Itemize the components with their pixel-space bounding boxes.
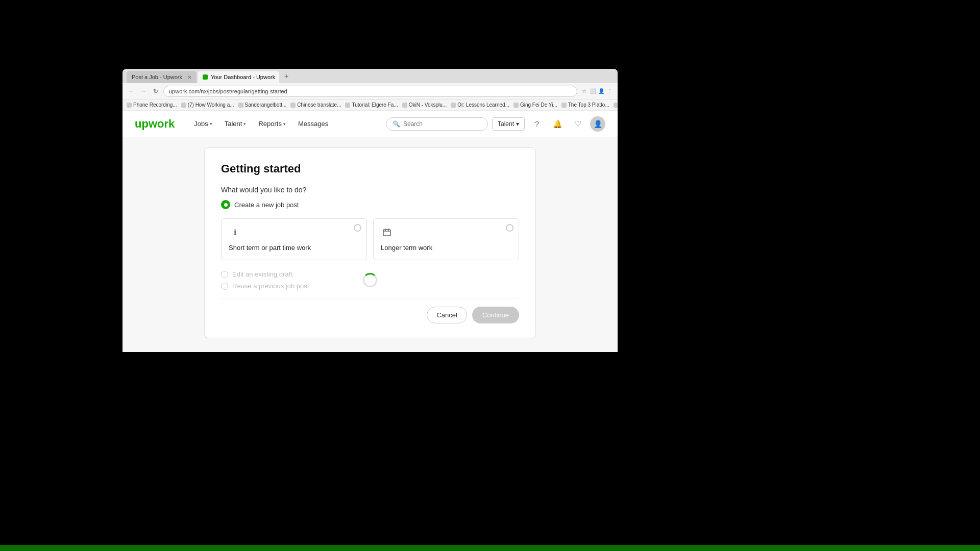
- what-to-do-label: What would you like to do?: [221, 186, 519, 194]
- reuse-post-radio: [221, 283, 228, 290]
- bookmark-favicon: [127, 103, 132, 108]
- tab-dashboard[interactable]: Your Dashboard - Upwork ✕: [198, 71, 279, 83]
- new-tab-button[interactable]: +: [280, 71, 292, 81]
- short-term-title: Short term or part time work: [229, 243, 359, 253]
- svg-rect-0: [383, 230, 390, 236]
- nav-talent-arrow: ▾: [243, 121, 246, 127]
- nav-talent[interactable]: Talent ▾: [219, 117, 252, 131]
- avatar-icon: 👤: [594, 120, 602, 128]
- other-options: Edit an existing draft Reuse a previous …: [221, 270, 519, 290]
- bookmark-favicon-8: [513, 103, 519, 108]
- nav-right: 🔍 Talent ▾ ? 🔔 ♡ 👤: [386, 116, 605, 132]
- cancel-button[interactable]: Cancel: [427, 307, 467, 323]
- reload-button[interactable]: ↻: [151, 87, 160, 96]
- work-type-longer-term[interactable]: Longer term work: [373, 218, 519, 260]
- search-icon: 🔍: [393, 120, 400, 128]
- create-new-row: Create a new job post: [221, 200, 519, 209]
- bookmark-favicon-10: [614, 103, 618, 108]
- bookmark-favicon-7: [451, 103, 456, 108]
- settings-icon[interactable]: ⋮: [606, 88, 614, 95]
- talent-dropdown-arrow: ▾: [516, 120, 519, 128]
- tab-post-job-label: Post a Job - Upwork: [132, 74, 182, 80]
- card-footer: Cancel Continue: [221, 298, 519, 323]
- bookmark-phone-label: Phone Recording...: [133, 102, 177, 108]
- upwork-navbar: upwork Jobs ▾ Talent ▾ Reports ▾ Message…: [122, 111, 618, 137]
- nav-messages-label: Messages: [298, 120, 328, 128]
- longer-term-icon: [381, 226, 393, 238]
- profile-icon[interactable]: 👤: [598, 88, 605, 95]
- work-type-row: ℹ Short term or part time work: [221, 218, 519, 260]
- bookmark-working[interactable]: (7) How Working a...: [181, 102, 234, 108]
- bookmark-working-label: (7) How Working a...: [188, 102, 234, 108]
- bookmark-ging[interactable]: Ging Fei De Yi...: [513, 102, 557, 108]
- address-bar: ← → ↻ ☆ ⬜ 👤 ⋮: [122, 83, 618, 99]
- nav-reports-arrow: ▾: [283, 121, 286, 127]
- dark-left-border: [0, 0, 122, 551]
- bookmark-phone[interactable]: Phone Recording...: [127, 102, 177, 108]
- bookmark-favicon-3: [238, 103, 243, 108]
- bookmark-sander[interactable]: Sanderangelbott...: [238, 102, 287, 108]
- nav-jobs-label: Jobs: [194, 120, 208, 128]
- longer-term-radio: [506, 224, 513, 232]
- bookmark-star-icon[interactable]: ☆: [580, 88, 587, 95]
- bookmark-favicon-4: [290, 103, 296, 108]
- tab-dashboard-label: Your Dashboard - Upwork: [211, 74, 275, 80]
- browser-nav-icons: ☆ ⬜ 👤 ⋮: [580, 88, 614, 95]
- talent-dropdown[interactable]: Talent ▾: [492, 117, 525, 131]
- extensions-icon[interactable]: ⬜: [589, 88, 596, 95]
- nav-talent-label: Talent: [225, 120, 242, 128]
- help-icon: ?: [535, 119, 539, 128]
- longer-term-title: Longer term work: [381, 243, 511, 253]
- green-footer-bar: [0, 545, 980, 551]
- page-title: Getting started: [221, 162, 519, 176]
- short-term-radio: [354, 224, 361, 232]
- edit-draft-radio: [221, 271, 228, 278]
- avatar-button[interactable]: 👤: [590, 116, 605, 132]
- loading-spinner-container: [363, 273, 377, 287]
- nav-jobs[interactable]: Jobs ▾: [189, 117, 217, 131]
- search-box[interactable]: 🔍: [386, 117, 488, 131]
- main-content: Getting started What would you like to d…: [122, 137, 618, 352]
- back-button[interactable]: ←: [127, 87, 136, 96]
- bookmark-chinese[interactable]: Chinese translate...: [290, 102, 341, 108]
- upwork-logo[interactable]: upwork: [135, 117, 175, 131]
- bookmark-favicon-6: [402, 103, 407, 108]
- search-input[interactable]: [403, 120, 481, 128]
- bookmark-favicon-2: [181, 103, 186, 108]
- short-term-icon: ℹ: [229, 226, 241, 238]
- notifications-button[interactable]: 🔔: [549, 116, 566, 132]
- dark-right-border: [618, 0, 980, 551]
- bell-icon: 🔔: [553, 119, 562, 129]
- nav-messages[interactable]: Messages: [293, 117, 333, 131]
- forward-button[interactable]: →: [139, 87, 148, 96]
- browser-window: Post a Job - Upwork ✕ Your Dashboard - U…: [122, 69, 618, 352]
- bookmark-money[interactable]: Money Changes E...: [614, 102, 618, 108]
- radio-inner: [224, 203, 228, 207]
- favorites-button[interactable]: ♡: [570, 116, 586, 132]
- upwork-logo-text: upwork: [135, 117, 175, 131]
- create-new-radio[interactable]: [221, 200, 230, 209]
- tab-bar: Post a Job - Upwork ✕ Your Dashboard - U…: [122, 69, 618, 83]
- nav-reports[interactable]: Reports ▾: [253, 117, 291, 131]
- tab-post-job[interactable]: Post a Job - Upwork ✕: [127, 71, 197, 83]
- page-content: upwork Jobs ▾ Talent ▾ Reports ▾ Message…: [122, 111, 618, 352]
- bookmarks-bar: Phone Recording... (7) How Working a... …: [122, 99, 618, 111]
- bookmark-lessons[interactable]: Or: Lessons Learned...: [451, 102, 509, 108]
- bookmark-favicon-9: [561, 103, 567, 108]
- edit-draft-label: Edit an existing draft: [232, 270, 292, 278]
- bookmark-okin[interactable]: OkiN - Voksplu...: [402, 102, 447, 108]
- talent-dropdown-label: Talent: [498, 120, 514, 128]
- bookmark-favicon-5: [345, 103, 350, 108]
- bookmark-top3[interactable]: The Top 3 Platfo...: [561, 102, 609, 108]
- getting-started-card: Getting started What would you like to d…: [204, 147, 536, 338]
- reuse-post-label: Reuse a previous job post: [232, 282, 309, 290]
- bookmark-tutorial[interactable]: Tutorial: Elgere Fa...: [345, 102, 398, 108]
- continue-button[interactable]: Continue: [472, 307, 519, 323]
- nav-reports-label: Reports: [258, 120, 282, 128]
- url-input[interactable]: [163, 86, 577, 97]
- nav-links: Jobs ▾ Talent ▾ Reports ▾ Messages: [189, 117, 376, 131]
- tab-post-job-close[interactable]: ✕: [187, 74, 191, 80]
- dark-top-border: [122, 0, 618, 69]
- help-button[interactable]: ?: [529, 116, 545, 132]
- work-type-short-term[interactable]: ℹ Short term or part time work: [221, 218, 367, 260]
